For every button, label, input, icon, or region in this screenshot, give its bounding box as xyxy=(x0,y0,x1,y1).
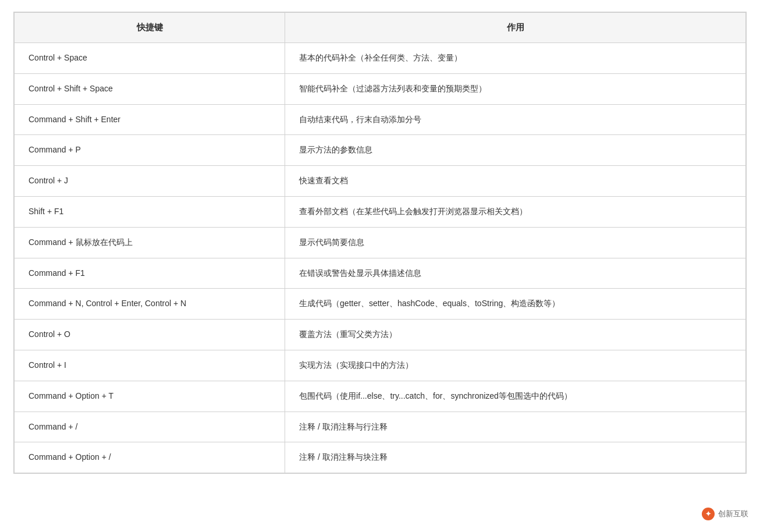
description-cell: 实现方法（实现接口中的方法） xyxy=(285,350,746,381)
table-row: Command + Shift + Enter自动结束代码，行末自动添加分号 xyxy=(15,104,746,135)
description-cell: 快速查看文档 xyxy=(285,166,746,197)
shortcut-cell: Control + J xyxy=(15,166,285,197)
table-row: Control + Shift + Space智能代码补全（过滤器方法列表和变量… xyxy=(15,73,746,104)
description-cell: 显示代码简要信息 xyxy=(285,227,746,258)
description-cell: 自动结束代码，行末自动添加分号 xyxy=(285,104,746,135)
table-row: Shift + F1查看外部文档（在某些代码上会触发打开浏览器显示相关文档） xyxy=(15,196,746,227)
shortcut-cell: Command + Option + / xyxy=(15,442,285,473)
shortcut-cell: Command + 鼠标放在代码上 xyxy=(15,227,285,258)
table-body: Control + Space基本的代码补全（补全任何类、方法、变量）Contr… xyxy=(15,43,746,473)
shortcut-cell: Command + Option + T xyxy=(15,381,285,412)
description-cell: 查看外部文档（在某些代码上会触发打开浏览器显示相关文档） xyxy=(285,196,746,227)
header-shortcut: 快捷键 xyxy=(15,13,285,43)
table-row: Command + P显示方法的参数信息 xyxy=(15,135,746,166)
description-cell: 包围代码（使用if...else、try...catch、for、synchro… xyxy=(285,381,746,412)
description-cell: 基本的代码补全（补全任何类、方法、变量） xyxy=(285,43,746,74)
shortcut-cell: Control + O xyxy=(15,320,285,350)
shortcut-cell: Control + I xyxy=(15,350,285,381)
description-cell: 生成代码（getter、setter、hashCode、equals、toStr… xyxy=(285,289,746,320)
header-description: 作用 xyxy=(285,13,746,43)
watermark: ✦ 创新互联 xyxy=(702,508,748,520)
shortcut-cell: Command + N, Control + Enter, Control + … xyxy=(15,289,285,320)
description-cell: 智能代码补全（过滤器方法列表和变量的预期类型） xyxy=(285,73,746,104)
table-row: Control + Space基本的代码补全（补全任何类、方法、变量） xyxy=(15,43,746,74)
description-cell: 在错误或警告处显示具体描述信息 xyxy=(285,258,746,289)
description-cell: 注释 / 取消注释与块注释 xyxy=(285,442,746,473)
table-row: Control + I实现方法（实现接口中的方法） xyxy=(15,350,746,381)
shortcut-cell: Shift + F1 xyxy=(15,196,285,227)
table-row: Command + /注释 / 取消注释与行注释 xyxy=(15,412,746,442)
table-row: Command + F1在错误或警告处显示具体描述信息 xyxy=(15,258,746,289)
shortcut-cell: Command + P xyxy=(15,135,285,166)
table-row: Command + Option + /注释 / 取消注释与块注释 xyxy=(15,442,746,473)
table-header-row: 快捷键 作用 xyxy=(15,13,746,43)
shortcut-table: 快捷键 作用 Control + Space基本的代码补全（补全任何类、方法、变… xyxy=(14,12,746,473)
description-cell: 显示方法的参数信息 xyxy=(285,135,746,166)
shortcut-table-container: 快捷键 作用 Control + Space基本的代码补全（补全任何类、方法、变… xyxy=(13,12,747,474)
description-cell: 注释 / 取消注释与行注释 xyxy=(285,412,746,442)
description-cell: 覆盖方法（重写父类方法） xyxy=(285,320,746,350)
watermark-icon: ✦ xyxy=(702,508,715,520)
shortcut-cell: Command + / xyxy=(15,412,285,442)
table-row: Command + Option + T包围代码（使用if...else、try… xyxy=(15,381,746,412)
table-row: Control + J快速查看文档 xyxy=(15,166,746,197)
table-row: Control + O覆盖方法（重写父类方法） xyxy=(15,320,746,350)
shortcut-cell: Command + F1 xyxy=(15,258,285,289)
table-row: Command + N, Control + Enter, Control + … xyxy=(15,289,746,320)
shortcut-cell: Control + Shift + Space xyxy=(15,73,285,104)
table-row: Command + 鼠标放在代码上显示代码简要信息 xyxy=(15,227,746,258)
shortcut-cell: Command + Shift + Enter xyxy=(15,104,285,135)
shortcut-cell: Control + Space xyxy=(15,43,285,74)
watermark-text: 创新互联 xyxy=(718,509,748,519)
